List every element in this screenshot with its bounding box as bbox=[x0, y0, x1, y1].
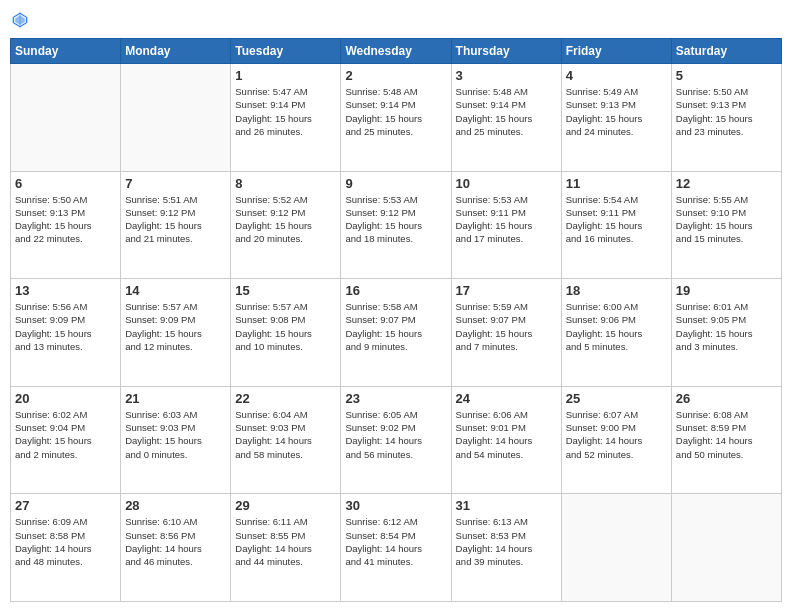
day-cell: 18Sunrise: 6:00 AM Sunset: 9:06 PM Dayli… bbox=[561, 279, 671, 387]
day-number: 26 bbox=[676, 391, 777, 406]
day-info: Sunrise: 5:48 AM Sunset: 9:14 PM Dayligh… bbox=[456, 85, 557, 138]
weekday-saturday: Saturday bbox=[671, 39, 781, 64]
day-number: 17 bbox=[456, 283, 557, 298]
day-info: Sunrise: 6:01 AM Sunset: 9:05 PM Dayligh… bbox=[676, 300, 777, 353]
day-number: 21 bbox=[125, 391, 226, 406]
day-number: 11 bbox=[566, 176, 667, 191]
day-info: Sunrise: 5:49 AM Sunset: 9:13 PM Dayligh… bbox=[566, 85, 667, 138]
day-cell bbox=[561, 494, 671, 602]
day-number: 4 bbox=[566, 68, 667, 83]
day-cell: 23Sunrise: 6:05 AM Sunset: 9:02 PM Dayli… bbox=[341, 386, 451, 494]
day-cell: 14Sunrise: 5:57 AM Sunset: 9:09 PM Dayli… bbox=[121, 279, 231, 387]
day-info: Sunrise: 5:51 AM Sunset: 9:12 PM Dayligh… bbox=[125, 193, 226, 246]
week-row-1: 1Sunrise: 5:47 AM Sunset: 9:14 PM Daylig… bbox=[11, 64, 782, 172]
day-info: Sunrise: 5:55 AM Sunset: 9:10 PM Dayligh… bbox=[676, 193, 777, 246]
weekday-wednesday: Wednesday bbox=[341, 39, 451, 64]
day-cell: 31Sunrise: 6:13 AM Sunset: 8:53 PM Dayli… bbox=[451, 494, 561, 602]
day-cell: 30Sunrise: 6:12 AM Sunset: 8:54 PM Dayli… bbox=[341, 494, 451, 602]
day-info: Sunrise: 5:58 AM Sunset: 9:07 PM Dayligh… bbox=[345, 300, 446, 353]
day-number: 5 bbox=[676, 68, 777, 83]
day-cell: 1Sunrise: 5:47 AM Sunset: 9:14 PM Daylig… bbox=[231, 64, 341, 172]
day-number: 1 bbox=[235, 68, 336, 83]
day-info: Sunrise: 5:48 AM Sunset: 9:14 PM Dayligh… bbox=[345, 85, 446, 138]
day-info: Sunrise: 6:05 AM Sunset: 9:02 PM Dayligh… bbox=[345, 408, 446, 461]
day-cell: 11Sunrise: 5:54 AM Sunset: 9:11 PM Dayli… bbox=[561, 171, 671, 279]
day-info: Sunrise: 6:10 AM Sunset: 8:56 PM Dayligh… bbox=[125, 515, 226, 568]
weekday-tuesday: Tuesday bbox=[231, 39, 341, 64]
day-number: 27 bbox=[15, 498, 116, 513]
day-cell: 9Sunrise: 5:53 AM Sunset: 9:12 PM Daylig… bbox=[341, 171, 451, 279]
day-info: Sunrise: 5:59 AM Sunset: 9:07 PM Dayligh… bbox=[456, 300, 557, 353]
day-info: Sunrise: 6:09 AM Sunset: 8:58 PM Dayligh… bbox=[15, 515, 116, 568]
day-info: Sunrise: 6:12 AM Sunset: 8:54 PM Dayligh… bbox=[345, 515, 446, 568]
day-info: Sunrise: 5:56 AM Sunset: 9:09 PM Dayligh… bbox=[15, 300, 116, 353]
day-cell: 8Sunrise: 5:52 AM Sunset: 9:12 PM Daylig… bbox=[231, 171, 341, 279]
day-number: 30 bbox=[345, 498, 446, 513]
day-cell: 20Sunrise: 6:02 AM Sunset: 9:04 PM Dayli… bbox=[11, 386, 121, 494]
day-cell: 26Sunrise: 6:08 AM Sunset: 8:59 PM Dayli… bbox=[671, 386, 781, 494]
day-number: 31 bbox=[456, 498, 557, 513]
day-info: Sunrise: 5:52 AM Sunset: 9:12 PM Dayligh… bbox=[235, 193, 336, 246]
week-row-5: 27Sunrise: 6:09 AM Sunset: 8:58 PM Dayli… bbox=[11, 494, 782, 602]
day-number: 20 bbox=[15, 391, 116, 406]
weekday-monday: Monday bbox=[121, 39, 231, 64]
day-number: 25 bbox=[566, 391, 667, 406]
day-info: Sunrise: 5:53 AM Sunset: 9:11 PM Dayligh… bbox=[456, 193, 557, 246]
day-number: 24 bbox=[456, 391, 557, 406]
day-info: Sunrise: 5:47 AM Sunset: 9:14 PM Dayligh… bbox=[235, 85, 336, 138]
day-cell: 16Sunrise: 5:58 AM Sunset: 9:07 PM Dayli… bbox=[341, 279, 451, 387]
day-number: 23 bbox=[345, 391, 446, 406]
day-info: Sunrise: 6:07 AM Sunset: 9:00 PM Dayligh… bbox=[566, 408, 667, 461]
day-cell: 29Sunrise: 6:11 AM Sunset: 8:55 PM Dayli… bbox=[231, 494, 341, 602]
day-number: 10 bbox=[456, 176, 557, 191]
day-cell: 4Sunrise: 5:49 AM Sunset: 9:13 PM Daylig… bbox=[561, 64, 671, 172]
day-info: Sunrise: 5:53 AM Sunset: 9:12 PM Dayligh… bbox=[345, 193, 446, 246]
day-number: 19 bbox=[676, 283, 777, 298]
day-info: Sunrise: 6:03 AM Sunset: 9:03 PM Dayligh… bbox=[125, 408, 226, 461]
day-cell: 13Sunrise: 5:56 AM Sunset: 9:09 PM Dayli… bbox=[11, 279, 121, 387]
page: SundayMondayTuesdayWednesdayThursdayFrid… bbox=[0, 0, 792, 612]
day-number: 8 bbox=[235, 176, 336, 191]
day-number: 16 bbox=[345, 283, 446, 298]
day-info: Sunrise: 5:57 AM Sunset: 9:08 PM Dayligh… bbox=[235, 300, 336, 353]
weekday-header-row: SundayMondayTuesdayWednesdayThursdayFrid… bbox=[11, 39, 782, 64]
day-cell: 19Sunrise: 6:01 AM Sunset: 9:05 PM Dayli… bbox=[671, 279, 781, 387]
day-cell bbox=[11, 64, 121, 172]
day-info: Sunrise: 6:04 AM Sunset: 9:03 PM Dayligh… bbox=[235, 408, 336, 461]
day-cell: 28Sunrise: 6:10 AM Sunset: 8:56 PM Dayli… bbox=[121, 494, 231, 602]
day-cell bbox=[671, 494, 781, 602]
day-cell: 12Sunrise: 5:55 AM Sunset: 9:10 PM Dayli… bbox=[671, 171, 781, 279]
day-cell: 3Sunrise: 5:48 AM Sunset: 9:14 PM Daylig… bbox=[451, 64, 561, 172]
day-info: Sunrise: 6:06 AM Sunset: 9:01 PM Dayligh… bbox=[456, 408, 557, 461]
day-info: Sunrise: 5:50 AM Sunset: 9:13 PM Dayligh… bbox=[15, 193, 116, 246]
logo bbox=[10, 10, 34, 30]
day-info: Sunrise: 5:50 AM Sunset: 9:13 PM Dayligh… bbox=[676, 85, 777, 138]
day-cell: 27Sunrise: 6:09 AM Sunset: 8:58 PM Dayli… bbox=[11, 494, 121, 602]
day-number: 15 bbox=[235, 283, 336, 298]
day-info: Sunrise: 5:54 AM Sunset: 9:11 PM Dayligh… bbox=[566, 193, 667, 246]
day-info: Sunrise: 6:02 AM Sunset: 9:04 PM Dayligh… bbox=[15, 408, 116, 461]
day-number: 7 bbox=[125, 176, 226, 191]
day-cell: 22Sunrise: 6:04 AM Sunset: 9:03 PM Dayli… bbox=[231, 386, 341, 494]
day-cell bbox=[121, 64, 231, 172]
weekday-thursday: Thursday bbox=[451, 39, 561, 64]
day-cell: 2Sunrise: 5:48 AM Sunset: 9:14 PM Daylig… bbox=[341, 64, 451, 172]
day-number: 28 bbox=[125, 498, 226, 513]
day-cell: 25Sunrise: 6:07 AM Sunset: 9:00 PM Dayli… bbox=[561, 386, 671, 494]
day-cell: 15Sunrise: 5:57 AM Sunset: 9:08 PM Dayli… bbox=[231, 279, 341, 387]
calendar-table: SundayMondayTuesdayWednesdayThursdayFrid… bbox=[10, 38, 782, 602]
day-number: 6 bbox=[15, 176, 116, 191]
day-number: 13 bbox=[15, 283, 116, 298]
day-cell: 24Sunrise: 6:06 AM Sunset: 9:01 PM Dayli… bbox=[451, 386, 561, 494]
day-info: Sunrise: 5:57 AM Sunset: 9:09 PM Dayligh… bbox=[125, 300, 226, 353]
day-cell: 10Sunrise: 5:53 AM Sunset: 9:11 PM Dayli… bbox=[451, 171, 561, 279]
day-info: Sunrise: 6:13 AM Sunset: 8:53 PM Dayligh… bbox=[456, 515, 557, 568]
day-number: 9 bbox=[345, 176, 446, 191]
day-number: 14 bbox=[125, 283, 226, 298]
week-row-4: 20Sunrise: 6:02 AM Sunset: 9:04 PM Dayli… bbox=[11, 386, 782, 494]
day-cell: 6Sunrise: 5:50 AM Sunset: 9:13 PM Daylig… bbox=[11, 171, 121, 279]
day-info: Sunrise: 6:00 AM Sunset: 9:06 PM Dayligh… bbox=[566, 300, 667, 353]
day-number: 22 bbox=[235, 391, 336, 406]
day-info: Sunrise: 6:11 AM Sunset: 8:55 PM Dayligh… bbox=[235, 515, 336, 568]
day-cell: 5Sunrise: 5:50 AM Sunset: 9:13 PM Daylig… bbox=[671, 64, 781, 172]
